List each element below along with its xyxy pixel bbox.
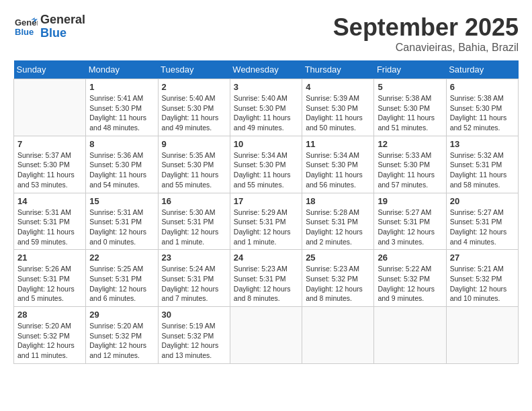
calendar-week-3: 21Sunrise: 5:26 AMSunset: 5:31 PMDayligh… [14, 250, 519, 307]
day-number: 13 [450, 139, 515, 149]
col-thursday: Thursday [302, 60, 374, 79]
day-number: 15 [89, 196, 154, 206]
calendar-cell: 14Sunrise: 5:31 AMSunset: 5:31 PMDayligh… [14, 193, 86, 250]
day-info: Sunrise: 5:27 AMSunset: 5:31 PMDaylight:… [450, 208, 515, 247]
day-number: 26 [378, 253, 442, 263]
calendar-cell: 28Sunrise: 5:20 AMSunset: 5:32 PMDayligh… [14, 307, 86, 364]
day-number: 17 [234, 196, 298, 206]
day-number: 23 [162, 253, 226, 263]
day-number: 16 [162, 196, 226, 206]
calendar-cell: 18Sunrise: 5:28 AMSunset: 5:31 PMDayligh… [302, 193, 374, 250]
calendar: Sunday Monday Tuesday Wednesday Thursday… [13, 60, 519, 364]
day-number: 22 [89, 253, 154, 263]
calendar-cell: 26Sunrise: 5:22 AMSunset: 5:32 PMDayligh… [374, 250, 446, 307]
day-info: Sunrise: 5:41 AMSunset: 5:30 PMDaylight:… [89, 93, 154, 133]
day-info: Sunrise: 5:27 AMSunset: 5:31 PMDaylight:… [378, 208, 442, 247]
calendar-cell: 20Sunrise: 5:27 AMSunset: 5:31 PMDayligh… [446, 193, 518, 250]
day-number: 1 [89, 82, 154, 92]
calendar-cell [446, 307, 518, 364]
calendar-cell: 8Sunrise: 5:36 AMSunset: 5:30 PMDaylight… [86, 136, 158, 193]
day-info: Sunrise: 5:21 AMSunset: 5:32 PMDaylight:… [450, 264, 515, 304]
day-info: Sunrise: 5:29 AMSunset: 5:31 PMDaylight:… [234, 208, 298, 247]
calendar-week-4: 28Sunrise: 5:20 AMSunset: 5:32 PMDayligh… [14, 307, 519, 364]
calendar-cell: 24Sunrise: 5:23 AMSunset: 5:31 PMDayligh… [230, 250, 302, 307]
day-number: 24 [234, 253, 298, 263]
day-number: 7 [17, 139, 82, 149]
calendar-cell: 4Sunrise: 5:39 AMSunset: 5:30 PMDaylight… [302, 79, 374, 136]
calendar-cell: 27Sunrise: 5:21 AMSunset: 5:32 PMDayligh… [446, 250, 518, 307]
calendar-cell: 16Sunrise: 5:30 AMSunset: 5:31 PMDayligh… [158, 193, 230, 250]
calendar-cell: 23Sunrise: 5:24 AMSunset: 5:31 PMDayligh… [158, 250, 230, 307]
col-wednesday: Wednesday [230, 60, 302, 79]
day-number: 12 [378, 139, 442, 149]
day-number: 9 [162, 139, 226, 149]
logo: General Blue General Blue [13, 13, 85, 40]
col-friday: Friday [374, 60, 446, 79]
day-info: Sunrise: 5:40 AMSunset: 5:30 PMDaylight:… [162, 93, 226, 133]
day-number: 29 [89, 310, 154, 320]
calendar-cell: 6Sunrise: 5:38 AMSunset: 5:30 PMDaylight… [446, 79, 518, 136]
day-info: Sunrise: 5:30 AMSunset: 5:31 PMDaylight:… [162, 208, 226, 247]
day-info: Sunrise: 5:35 AMSunset: 5:30 PMDaylight:… [162, 150, 226, 190]
calendar-cell [230, 307, 302, 364]
logo-icon: General Blue [13, 15, 38, 39]
day-number: 19 [378, 196, 442, 206]
day-number: 3 [234, 82, 298, 92]
calendar-cell: 2Sunrise: 5:40 AMSunset: 5:30 PMDaylight… [158, 79, 230, 136]
day-number: 2 [162, 82, 226, 92]
day-info: Sunrise: 5:31 AMSunset: 5:31 PMDaylight:… [17, 208, 82, 247]
calendar-cell: 12Sunrise: 5:33 AMSunset: 5:30 PMDayligh… [374, 136, 446, 193]
svg-text:Blue: Blue [15, 27, 34, 37]
day-number: 5 [378, 82, 442, 92]
day-number: 25 [306, 253, 370, 263]
day-number: 10 [234, 139, 298, 149]
location-title: Canavieiras, Bahia, Brazil [333, 42, 519, 54]
calendar-header-row: Sunday Monday Tuesday Wednesday Thursday… [14, 60, 519, 79]
calendar-cell: 11Sunrise: 5:34 AMSunset: 5:30 PMDayligh… [302, 136, 374, 193]
calendar-cell: 7Sunrise: 5:37 AMSunset: 5:30 PMDaylight… [14, 136, 86, 193]
calendar-cell: 10Sunrise: 5:34 AMSunset: 5:30 PMDayligh… [230, 136, 302, 193]
calendar-cell: 21Sunrise: 5:26 AMSunset: 5:31 PMDayligh… [14, 250, 86, 307]
day-number: 30 [162, 310, 226, 320]
calendar-cell: 17Sunrise: 5:29 AMSunset: 5:31 PMDayligh… [230, 193, 302, 250]
header: General Blue General Blue September 2025… [13, 13, 519, 54]
logo-general-text: General [40, 13, 85, 27]
day-number: 27 [450, 253, 515, 263]
day-number: 14 [17, 196, 82, 206]
calendar-cell: 19Sunrise: 5:27 AMSunset: 5:31 PMDayligh… [374, 193, 446, 250]
calendar-cell: 3Sunrise: 5:40 AMSunset: 5:30 PMDaylight… [230, 79, 302, 136]
day-number: 8 [89, 139, 154, 149]
day-info: Sunrise: 5:34 AMSunset: 5:30 PMDaylight:… [234, 150, 298, 190]
calendar-cell: 22Sunrise: 5:25 AMSunset: 5:31 PMDayligh… [86, 250, 158, 307]
col-sunday: Sunday [14, 60, 86, 79]
calendar-cell: 25Sunrise: 5:23 AMSunset: 5:32 PMDayligh… [302, 250, 374, 307]
calendar-cell: 5Sunrise: 5:38 AMSunset: 5:30 PMDaylight… [374, 79, 446, 136]
title-area: September 2025 Canavieiras, Bahia, Brazi… [333, 13, 519, 54]
day-info: Sunrise: 5:23 AMSunset: 5:32 PMDaylight:… [306, 264, 370, 304]
day-info: Sunrise: 5:38 AMSunset: 5:30 PMDaylight:… [450, 93, 515, 133]
calendar-cell: 13Sunrise: 5:32 AMSunset: 5:31 PMDayligh… [446, 136, 518, 193]
calendar-cell [14, 79, 86, 136]
day-info: Sunrise: 5:20 AMSunset: 5:32 PMDaylight:… [89, 321, 154, 361]
month-title: September 2025 [333, 13, 519, 42]
day-info: Sunrise: 5:40 AMSunset: 5:30 PMDaylight:… [234, 93, 298, 133]
calendar-week-0: 1Sunrise: 5:41 AMSunset: 5:30 PMDaylight… [14, 79, 519, 136]
day-info: Sunrise: 5:39 AMSunset: 5:30 PMDaylight:… [306, 93, 370, 133]
day-info: Sunrise: 5:23 AMSunset: 5:31 PMDaylight:… [234, 264, 298, 304]
day-info: Sunrise: 5:25 AMSunset: 5:31 PMDaylight:… [89, 264, 154, 304]
day-info: Sunrise: 5:37 AMSunset: 5:30 PMDaylight:… [17, 150, 82, 190]
day-number: 21 [17, 253, 82, 263]
day-number: 20 [450, 196, 515, 206]
day-info: Sunrise: 5:19 AMSunset: 5:32 PMDaylight:… [162, 321, 226, 361]
day-info: Sunrise: 5:38 AMSunset: 5:30 PMDaylight:… [378, 93, 442, 133]
col-monday: Monday [86, 60, 158, 79]
calendar-week-1: 7Sunrise: 5:37 AMSunset: 5:30 PMDaylight… [14, 136, 519, 193]
day-info: Sunrise: 5:24 AMSunset: 5:31 PMDaylight:… [162, 264, 226, 304]
calendar-cell: 15Sunrise: 5:31 AMSunset: 5:31 PMDayligh… [86, 193, 158, 250]
day-info: Sunrise: 5:32 AMSunset: 5:31 PMDaylight:… [450, 150, 515, 190]
day-number: 4 [306, 82, 370, 92]
day-number: 28 [17, 310, 82, 320]
day-info: Sunrise: 5:28 AMSunset: 5:31 PMDaylight:… [306, 208, 370, 247]
day-info: Sunrise: 5:22 AMSunset: 5:32 PMDaylight:… [378, 264, 442, 304]
calendar-cell: 29Sunrise: 5:20 AMSunset: 5:32 PMDayligh… [86, 307, 158, 364]
